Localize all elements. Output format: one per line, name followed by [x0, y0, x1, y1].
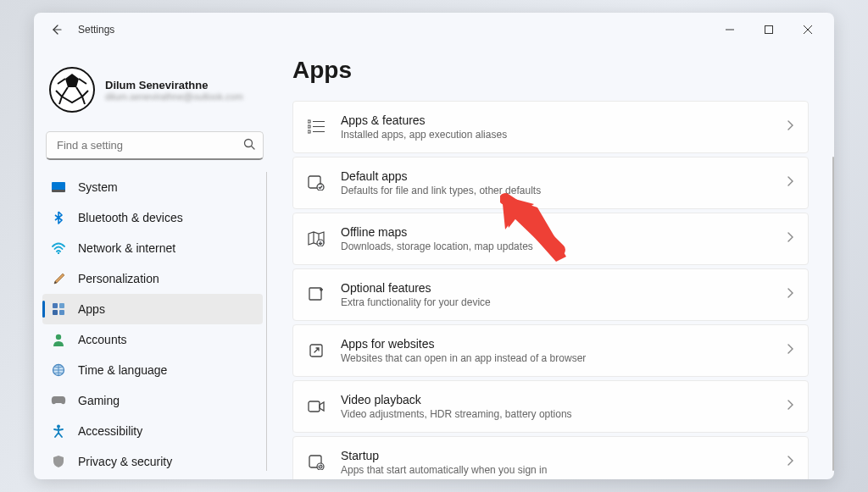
list-icon [307, 118, 326, 136]
default-apps-icon [307, 174, 326, 192]
video-icon [307, 397, 326, 416]
card-default-apps[interactable]: Default apps Defaults for file and link … [292, 157, 809, 209]
chevron-right-icon [786, 175, 794, 191]
card-subtitle: Websites that can open in an app instead… [341, 352, 771, 364]
sidebar-item-label: Network & internet [78, 241, 175, 255]
card-apps-for-websites[interactable]: Apps for websites Websites that can open… [292, 324, 809, 377]
profile-email: dilum.senevirathne@outlook.com [105, 91, 243, 102]
card-text: Offline maps Downloads, storage location… [341, 225, 771, 252]
chevron-right-icon [786, 231, 794, 246]
open-external-icon [307, 341, 326, 360]
wifi-icon [51, 240, 66, 256]
avatar-image [49, 67, 95, 113]
sidebar-item-accessibility[interactable]: Accessibility [42, 416, 263, 446]
card-title: Default apps [341, 169, 771, 183]
svg-point-10 [56, 334, 61, 340]
card-video-playback[interactable]: Video playback Video adjustments, HDR st… [292, 380, 809, 433]
content-area: Apps Apps & features Installed apps, app… [275, 47, 834, 479]
sidebar-item-apps[interactable]: Apps [42, 294, 263, 324]
svg-point-5 [58, 252, 59, 254]
sidebar-item-personalization[interactable]: Personalization [42, 263, 263, 294]
globe-clock-icon [51, 362, 66, 378]
sidebar-item-label: System [78, 180, 118, 194]
sidebar-item-time-language[interactable]: Time & language [42, 355, 263, 385]
add-feature-icon [307, 285, 326, 304]
window-body: Dilum Senevirathne dilum.senevirathne@ou… [34, 47, 834, 479]
chevron-right-icon [786, 287, 794, 302]
sidebar-item-label: Bluetooth & devices [78, 211, 183, 224]
bluetooth-icon [51, 210, 66, 225]
sidebar-item-network[interactable]: Network & internet [42, 233, 263, 263]
card-apps-features[interactable]: Apps & features Installed apps, app exec… [292, 101, 809, 153]
card-subtitle: Downloads, storage location, map updates [341, 240, 771, 252]
svg-rect-13 [308, 120, 310, 123]
card-title: Startup [341, 449, 771, 462]
paintbrush-icon [51, 271, 66, 286]
settings-window: Settings Dilum Senevirathne d [34, 13, 834, 479]
profile-text: Dilum Senevirathne dilum.senevirathne@ou… [105, 79, 243, 102]
avatar [49, 67, 95, 113]
system-icon [51, 180, 66, 195]
sidebar-item-label: Accessibility [78, 424, 142, 438]
svg-rect-14 [308, 125, 310, 128]
apps-icon [51, 301, 66, 317]
cards-list: Apps & features Installed apps, app exec… [292, 101, 817, 479]
close-icon [804, 25, 812, 34]
profile-section[interactable]: Dilum Senevirathne dilum.senevirathne@ou… [42, 47, 267, 128]
svg-rect-7 [59, 303, 64, 308]
maximize-icon [765, 25, 773, 34]
arrow-left-icon [49, 23, 63, 36]
sidebar-item-label: Gaming [78, 394, 120, 407]
sidebar-item-system[interactable]: System [42, 172, 263, 202]
search-icon [243, 138, 255, 153]
card-text: Optional features Extra functionality fo… [341, 281, 771, 308]
sidebar-item-label: Accounts [78, 333, 127, 346]
svg-point-12 [57, 425, 60, 428]
back-button[interactable] [41, 14, 71, 45]
sidebar-item-accounts[interactable]: Accounts [42, 324, 263, 355]
startup-icon [307, 453, 326, 472]
sidebar-item-bluetooth[interactable]: Bluetooth & devices [42, 202, 263, 233]
card-title: Apps & features [341, 113, 771, 127]
profile-name: Dilum Senevirathne [105, 79, 243, 91]
card-text: Apps for websites Websites that can open… [341, 337, 771, 364]
sidebar-item-label: Privacy & security [78, 455, 172, 468]
card-title: Optional features [341, 281, 771, 295]
sidebar-nav: System Bluetooth & devices Network & int… [42, 172, 267, 471]
minimize-icon [726, 25, 734, 34]
card-text: Apps & features Installed apps, app exec… [341, 113, 771, 141]
svg-rect-21 [309, 401, 320, 412]
search-input[interactable] [46, 131, 264, 160]
scrollbar[interactable] [832, 157, 834, 471]
sidebar-item-gaming[interactable]: Gaming [42, 385, 263, 416]
window-controls [710, 16, 827, 43]
card-startup[interactable]: Startup Apps that start automatically wh… [292, 436, 809, 479]
svg-rect-0 [765, 26, 773, 34]
sidebar-item-label: Time & language [78, 363, 167, 377]
titlebar: Settings [34, 13, 834, 47]
sidebar-item-label: Apps [78, 302, 105, 316]
page-title: Apps [292, 57, 817, 84]
close-button[interactable] [788, 16, 827, 43]
card-title: Offline maps [341, 225, 771, 239]
maximize-button[interactable] [749, 16, 788, 43]
card-subtitle: Installed apps, app execution aliases [341, 129, 771, 141]
card-subtitle: Defaults for file and link types, other … [341, 185, 771, 196]
card-optional-features[interactable]: Optional features Extra functionality fo… [292, 268, 809, 321]
card-text: Video playback Video adjustments, HDR st… [341, 393, 771, 420]
svg-rect-9 [59, 310, 64, 315]
sidebar-item-label: Personalization [78, 272, 159, 285]
gamepad-icon [51, 393, 66, 408]
chevron-right-icon [786, 343, 794, 358]
svg-rect-6 [53, 303, 58, 308]
card-title: Apps for websites [341, 337, 771, 351]
person-icon [51, 332, 66, 347]
sidebar: Dilum Senevirathne dilum.senevirathne@ou… [34, 47, 275, 479]
search-wrap [46, 131, 264, 160]
sidebar-item-privacy[interactable]: Privacy & security [42, 446, 263, 471]
card-offline-maps[interactable]: Offline maps Downloads, storage location… [292, 213, 809, 265]
minimize-button[interactable] [710, 16, 749, 43]
chevron-right-icon [786, 455, 794, 470]
chevron-right-icon [786, 119, 794, 135]
chevron-right-icon [786, 399, 794, 414]
